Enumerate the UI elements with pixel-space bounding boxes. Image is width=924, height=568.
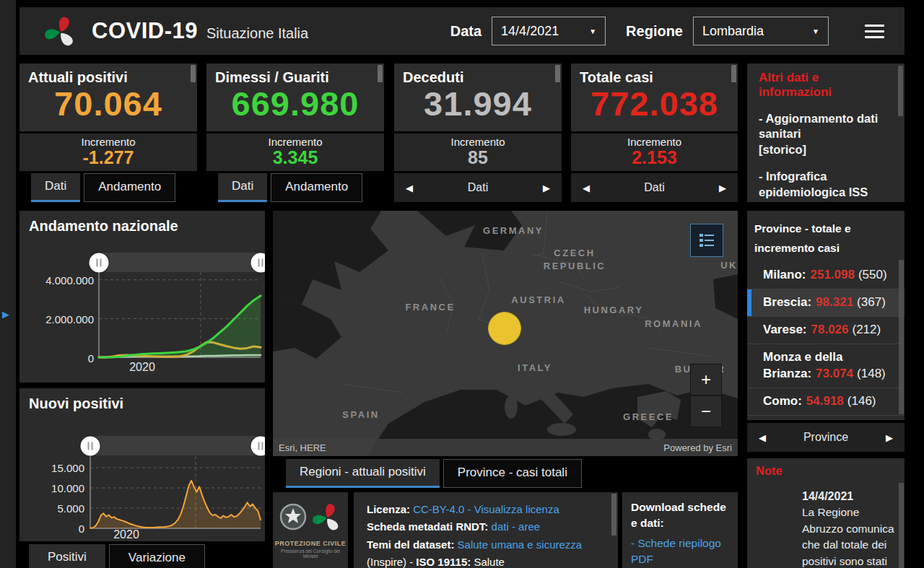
scrollbar[interactable] bbox=[731, 65, 736, 82]
pager-next-icon[interactable]: ▶ bbox=[543, 183, 550, 193]
separator: - bbox=[509, 520, 518, 533]
visualizza-licenza-link[interactable]: Visualizza licenza bbox=[474, 503, 559, 515]
scrollbar[interactable] bbox=[191, 65, 196, 82]
scrollbar[interactable] bbox=[899, 260, 904, 414]
aree-link[interactable]: aree bbox=[518, 520, 540, 533]
scrollbar[interactable] bbox=[898, 66, 903, 116]
tab-andamento[interactable]: Andamento bbox=[271, 173, 362, 202]
left-sidebar-rail: ▶ bbox=[0, 0, 18, 568]
y-tick: 4.000.000 bbox=[30, 274, 94, 287]
increment-label: Incremento bbox=[19, 134, 197, 148]
card-value: 31.994 bbox=[394, 87, 562, 121]
tab-variazione[interactable]: Variazione bbox=[109, 544, 205, 568]
protezione-civile-logo-icon bbox=[44, 14, 77, 48]
regione-label: Regione bbox=[626, 23, 683, 40]
scrollbar[interactable] bbox=[899, 483, 904, 568]
pager-label: Dati bbox=[468, 181, 488, 194]
salute-text: Salute bbox=[471, 556, 505, 568]
scrollbar[interactable] bbox=[555, 65, 560, 82]
region-select-value: Lombardia bbox=[702, 24, 764, 39]
province-row-como[interactable]: Como:54.918(146) bbox=[747, 388, 905, 416]
protezione-civile-logo-icon bbox=[312, 502, 342, 532]
province-row-varese[interactable]: Varese:78.026(212) bbox=[747, 317, 905, 344]
date-select-value: 14/4/2021 bbox=[501, 24, 559, 39]
tab-dati[interactable]: Dati bbox=[218, 173, 267, 202]
time-range-slider[interactable] bbox=[99, 253, 261, 272]
province-row-brescia[interactable]: Brescia:98.321(367) bbox=[747, 289, 905, 317]
pager-prev-icon[interactable]: ◀ bbox=[406, 183, 413, 193]
slider-handle-left[interactable] bbox=[81, 436, 100, 455]
province-row-bergamo[interactable]: Bergamo:47.249(172) bbox=[747, 416, 905, 420]
x-axis-label: 2020 bbox=[97, 528, 155, 541]
slider-handle-left[interactable] bbox=[90, 253, 109, 272]
logo-images bbox=[273, 495, 348, 538]
tab-province-casi-totali[interactable]: Province - casi totali bbox=[443, 459, 582, 488]
hamburger-menu-icon[interactable] bbox=[865, 21, 884, 42]
license-panel: Licenza: CC-BY-4.0 - Visualizza licenza … bbox=[354, 492, 618, 568]
salute-umana-link[interactable]: Salute umana e sicurezza bbox=[458, 538, 583, 551]
map-country-label: GREECE bbox=[623, 411, 674, 424]
expand-sidebar-icon[interactable]: ▶ bbox=[2, 309, 9, 320]
zoom-in-button[interactable]: + bbox=[690, 364, 722, 396]
region-bubble-marker[interactable] bbox=[488, 312, 521, 345]
iso-line: (Inspire) - ISO 19115: Salute bbox=[367, 554, 605, 568]
schede-riepilogo-pdf-link[interactable]: - Schede riepilogo PDF bbox=[631, 536, 729, 568]
tab-regioni-attuali-positivi[interactable]: Regioni - attuali positivi bbox=[286, 459, 440, 488]
caret-down-icon: ▼ bbox=[589, 27, 596, 35]
province-panel-title: Province - totale e incremento casi bbox=[747, 211, 905, 262]
plus-icon: + bbox=[701, 370, 711, 390]
tab-andamento[interactable]: Andamento bbox=[84, 173, 175, 202]
scrollbar[interactable] bbox=[378, 65, 383, 82]
info-panel: Altri dati e informazioni - Aggiornament… bbox=[747, 64, 905, 202]
y-tick: 0 bbox=[30, 352, 94, 364]
card-value: 70.064 bbox=[19, 87, 197, 121]
download-panel: Download schede e dati: - Schede riepilo… bbox=[622, 492, 738, 568]
scrollbar[interactable] bbox=[611, 494, 616, 536]
province-pager: ◀ Province ▶ bbox=[747, 423, 905, 452]
province-row-milano[interactable]: Milano:251.098(550) bbox=[747, 262, 905, 289]
pager-prev-icon[interactable]: ◀ bbox=[583, 183, 590, 193]
logo-subcaption: Presidenza del Consiglio dei Ministri bbox=[273, 549, 348, 559]
y-tick: 0 bbox=[34, 523, 84, 535]
selection-indicator bbox=[747, 289, 751, 316]
dati-link[interactable]: dati bbox=[492, 520, 509, 533]
pager-next-icon[interactable]: ▶ bbox=[719, 183, 726, 193]
slider-handle-right[interactable] bbox=[251, 253, 266, 272]
map-country-label: ITALY bbox=[518, 362, 552, 375]
tab-dati[interactable]: Dati bbox=[31, 173, 80, 202]
national-trend-panel: Andamento nazionale 4.000.000 2.000.000 … bbox=[19, 211, 265, 383]
card1-tabs: Dati Andamento bbox=[31, 173, 175, 202]
map-tabs: Regioni - attuali positivi Province - ca… bbox=[286, 459, 582, 488]
map-country-label: CZECH REPUBLIC bbox=[544, 247, 606, 273]
license-line: Licenza: CC-BY-4.0 - Visualizza licenza bbox=[367, 501, 605, 518]
note-date: 14/4/2021 bbox=[802, 488, 896, 504]
note-body: 14/4/2021 La Regione Abruzzo comunica ch… bbox=[802, 488, 896, 568]
region-select[interactable]: Lombardia ▼ bbox=[693, 17, 829, 45]
tab-positivi[interactable]: Positivi bbox=[29, 544, 105, 568]
pager-next-icon[interactable]: ▶ bbox=[886, 432, 893, 443]
map-country-label: FRANCE bbox=[405, 301, 455, 314]
map-legend-button[interactable] bbox=[690, 224, 723, 257]
link-infografica-iss[interactable]: - Infografica epidemiologica ISS bbox=[759, 169, 893, 200]
pager-prev-icon[interactable]: ◀ bbox=[759, 432, 766, 443]
increment-value: 2.153 bbox=[571, 148, 738, 167]
y-tick: 5.000 bbox=[34, 502, 84, 515]
province-row-monza[interactable]: Monza e della Brianza:73.074(148) bbox=[747, 344, 905, 388]
time-range-slider[interactable] bbox=[90, 436, 261, 455]
card-value: 772.038 bbox=[571, 87, 738, 121]
inspire-text: (Inspire) - bbox=[367, 556, 416, 568]
stat-card-totale-casi: Totale casi 772.038 Incremento 2.153 bbox=[571, 64, 738, 171]
cc-by-link[interactable]: CC-BY-4.0 bbox=[413, 503, 464, 515]
map-country-label: AUSTRIA bbox=[511, 294, 565, 307]
pager-label: Dati bbox=[644, 181, 664, 194]
zoom-out-button[interactable]: − bbox=[690, 396, 722, 427]
increment-value: 85 bbox=[394, 148, 562, 167]
temi-label: Temi del dataset: bbox=[367, 538, 454, 551]
y-tick: 15.000 bbox=[34, 462, 84, 474]
slider-handle-right[interactable] bbox=[251, 436, 266, 455]
pager-label: Province bbox=[803, 431, 848, 444]
date-select[interactable]: 14/4/2021 ▼ bbox=[492, 17, 606, 45]
logo-caption: PROTEZIONE CIVILE bbox=[273, 540, 348, 547]
link-aggiornamento-dati-sanitari[interactable]: - Aggiornamento dati sanitari [storico] bbox=[759, 111, 893, 157]
rndt-label: Scheda metadati RNDT: bbox=[367, 520, 488, 533]
